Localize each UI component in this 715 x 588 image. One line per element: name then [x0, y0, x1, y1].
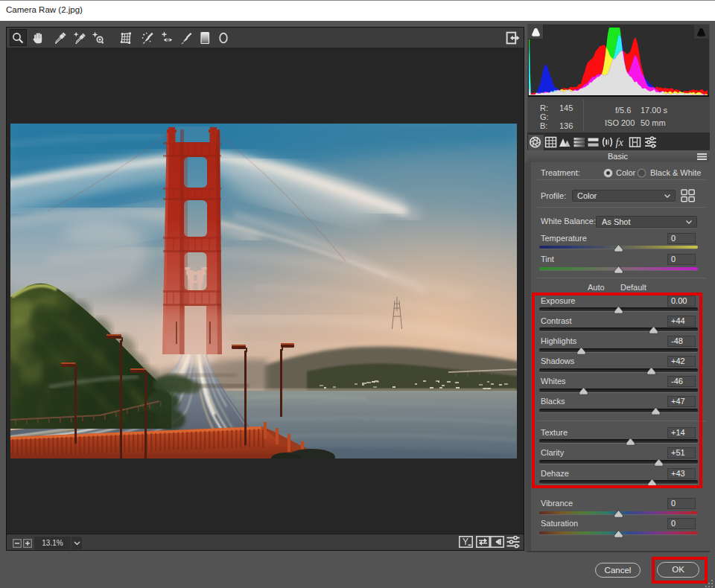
svg-text:Y: Y: [463, 537, 468, 547]
svg-text:fx: fx: [616, 136, 624, 148]
